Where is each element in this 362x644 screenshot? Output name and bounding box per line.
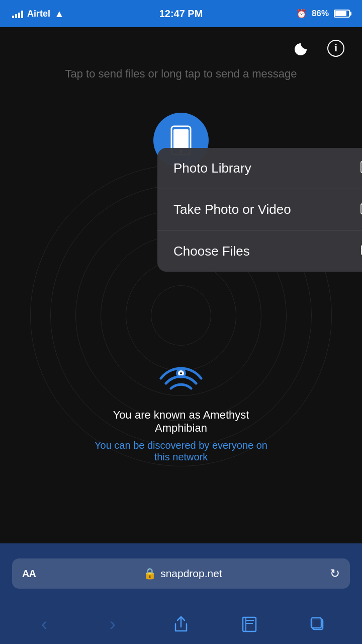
choose-files-label: Choose Files — [173, 244, 250, 259]
share-icon — [173, 616, 189, 633]
top-icons: i — [291, 37, 347, 59]
battery-icon — [334, 10, 350, 18]
moon-icon — [294, 40, 310, 56]
tabs-icon — [310, 617, 325, 632]
take-photo-label: Take Photo or Video — [173, 202, 291, 217]
status-right: ⏰ 86% — [296, 9, 350, 19]
svg-rect-3 — [173, 129, 189, 149]
info-button[interactable]: i — [325, 37, 347, 59]
device-known-as: You are known as Amethyst Amphibian — [90, 409, 272, 435]
radar-container: You are known as Amethyst Amphibian You … — [90, 348, 272, 463]
app-subtitle: Tap to send files or long tap to send a … — [0, 67, 362, 80]
status-left: Airtel ▲ — [12, 8, 64, 20]
status-bar: Airtel ▲ 12:47 PM ⏰ 86% — [0, 0, 362, 27]
url-display[interactable]: 🔒 snapdrop.net — [44, 568, 322, 580]
menu-item-take-photo[interactable]: Take Photo or Video — [157, 189, 362, 230]
svg-text:i: i — [334, 42, 337, 53]
discoverability-label: You can be discovered by everyone on thi… — [90, 440, 272, 463]
menu-item-choose-files[interactable]: Choose Files — [157, 230, 362, 272]
app-area: i Tap to send files or long tap to send … — [0, 27, 362, 543]
url-text-value: snapdrop.net — [160, 568, 222, 580]
alarm-icon: ⏰ — [296, 9, 307, 19]
forward-icon: › — [110, 614, 116, 635]
status-time: 12:47 PM — [159, 8, 203, 20]
svg-rect-16 — [243, 617, 256, 631]
bookmarks-button[interactable] — [234, 609, 264, 639]
lock-icon: 🔒 — [143, 568, 156, 580]
browser-bar: AA 🔒 snapdrop.net ↻ — [0, 543, 362, 604]
carrier-label: Airtel — [27, 9, 50, 19]
radar-icon — [156, 348, 206, 398]
menu-item-photo-library[interactable]: Photo Library — [157, 148, 362, 189]
svg-rect-18 — [311, 618, 321, 628]
info-icon: i — [327, 39, 345, 57]
night-mode-button[interactable] — [291, 37, 313, 59]
wifi-icon: ▲ — [54, 8, 64, 20]
url-bar[interactable]: AA 🔒 snapdrop.net ↻ — [12, 558, 350, 589]
svg-point-15 — [180, 372, 182, 374]
browser-nav: ‹ › — [0, 604, 362, 644]
signal-bars-icon — [12, 9, 23, 18]
battery-percent: 86% — [312, 9, 329, 19]
reload-button[interactable]: ↻ — [330, 567, 340, 581]
back-button[interactable]: ‹ — [29, 609, 59, 639]
bookmarks-icon — [242, 616, 257, 632]
text-size-button[interactable]: AA — [22, 568, 36, 580]
context-menu: Photo Library Take Photo or Video — [157, 148, 362, 272]
tabs-button[interactable] — [303, 609, 333, 639]
share-button[interactable] — [166, 609, 196, 639]
back-icon: ‹ — [41, 614, 47, 635]
forward-button[interactable]: › — [98, 609, 128, 639]
photo-library-label: Photo Library — [173, 160, 251, 176]
